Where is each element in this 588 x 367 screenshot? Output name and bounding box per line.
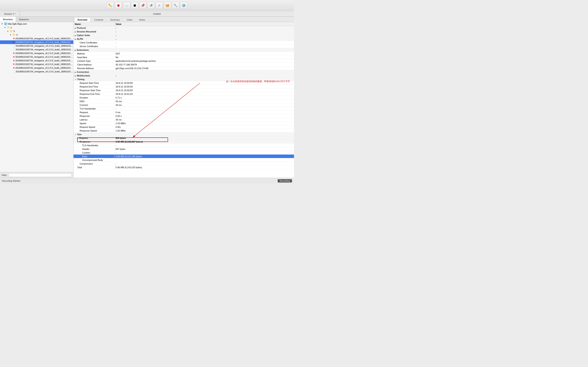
check-button[interactable]: ✓ bbox=[156, 2, 163, 9]
table-row[interactable]: Request 0 ms bbox=[73, 110, 294, 114]
cloud-button[interactable]: ☁️ bbox=[123, 2, 130, 9]
table-row[interactable]: Request 506 bytes bbox=[73, 136, 294, 140]
table-row[interactable]: Timing bbox=[73, 77, 294, 81]
table-row[interactable]: WebSockets - bbox=[73, 74, 294, 77]
table-row[interactable]: Client Certificates - bbox=[73, 41, 294, 44]
tree-item-3a[interactable]: ▾📁3 bbox=[0, 29, 73, 33]
cell-value: 0 B/s bbox=[114, 126, 294, 128]
expand-arrow bbox=[75, 38, 77, 40]
data-table[interactable]: Name Value Protocol - Session Resumed - … bbox=[73, 22, 294, 178]
tab-notes[interactable]: Notes bbox=[136, 17, 148, 22]
tree-item-file4[interactable]: 📄20180810165734_ninegame_v5.2.0.0_build_… bbox=[0, 48, 73, 51]
table-row[interactable]: Body 5.86 MB (6,141,180 bytes) bbox=[73, 155, 294, 158]
cell-value: 5.86 MB (6,141,180 bytes) bbox=[114, 155, 294, 158]
table-row[interactable]: Cookies - bbox=[73, 151, 294, 155]
cell-value: 506 bytes bbox=[114, 137, 294, 139]
cell-value: 5.71 s bbox=[114, 96, 294, 99]
table-row[interactable]: Connect 34 ms bbox=[73, 103, 294, 107]
tree-label: 20180810165734_ninegame_v5.2.0.0_build_1… bbox=[15, 37, 73, 40]
tab-summary[interactable]: Summary bbox=[107, 17, 123, 22]
refresh-button[interactable]: ↺ bbox=[147, 2, 155, 9]
table-row[interactable]: Speed 1.03 MB/s bbox=[73, 122, 294, 125]
table-row[interactable]: Response End Time 18-8-21 16:51:04 bbox=[73, 92, 294, 96]
cell-name-text: Cookies bbox=[82, 151, 90, 154]
tree-item-file2[interactable]: ✕20180810165734_ninegame_v5.2.0.0_build_… bbox=[0, 40, 73, 44]
tree-item-file7[interactable]: ✕20180810165734_ninegame_v5.2.0.0_build_… bbox=[0, 59, 73, 62]
tree-item-file5[interactable]: ✕20180810165734_ninegame_v5.2.0.0_build_… bbox=[0, 51, 73, 55]
tree-item-3b[interactable]: ▾📁3 bbox=[0, 33, 73, 37]
cell-name: Kept Alive bbox=[73, 56, 114, 58]
table-row[interactable]: Extensions bbox=[73, 48, 294, 52]
tree-item-file6[interactable]: ✕20180810165734_ninegame_v5.2.0.0_build_… bbox=[0, 55, 73, 59]
wrench-button[interactable]: 🔧 bbox=[172, 2, 179, 9]
filter-input[interactable] bbox=[9, 173, 72, 177]
cell-name: DNS bbox=[73, 100, 114, 103]
cell-name: Header bbox=[73, 148, 114, 150]
session-tab-untitled[interactable]: Untitled bbox=[20, 11, 294, 17]
cell-name-text: Header bbox=[82, 148, 89, 150]
cell-name: Response bbox=[73, 141, 114, 143]
pin-button[interactable]: 📌 bbox=[139, 2, 147, 9]
cell-name-text: Response End Time bbox=[80, 93, 100, 95]
table-row[interactable]: Uncompressed Body bbox=[73, 158, 294, 162]
cell-name: TLS Handshake bbox=[73, 144, 114, 147]
table-row[interactable]: ALPN - bbox=[73, 37, 294, 41]
tree-item-file9[interactable]: ✕20180810165734_ninegame_v5.2.0.0_build_… bbox=[0, 66, 73, 70]
record-button[interactable]: ⏺ bbox=[115, 2, 122, 9]
tab-overview[interactable]: Overview bbox=[74, 17, 90, 22]
gear-button[interactable]: ⚙️ bbox=[180, 2, 187, 9]
tree-item-file10[interactable]: 📄20180810165734_ninegame_v5.2.0.0_build_… bbox=[0, 70, 73, 73]
error-icon: ✕ bbox=[13, 52, 15, 55]
file-icon: 📄 bbox=[13, 45, 16, 47]
stop-button[interactable]: ⏹ bbox=[131, 2, 138, 9]
table-row[interactable]: Connection bbox=[73, 70, 294, 74]
session-tab-1[interactable]: Session 1 * bbox=[0, 11, 20, 17]
cell-name-text: Duration bbox=[80, 96, 88, 99]
tree-item-file1[interactable]: ✕20180810165734_ninegame_v5.2.0.0_build_… bbox=[0, 37, 73, 40]
collapse-arrow bbox=[75, 78, 77, 81]
table-row[interactable]: Request Speed 0 B/s bbox=[73, 125, 294, 129]
tree-item-root[interactable]: ▾🌐http://gdl.25pp.com bbox=[0, 22, 73, 26]
table-row[interactable]: Response Start Time 18-8-21 16:50:59 bbox=[73, 89, 294, 92]
cell-name: Client Certificates bbox=[73, 42, 114, 44]
table-row[interactable]: Total 5.86 MB (6,142,533 bytes) bbox=[73, 166, 294, 169]
table-row[interactable]: Server Certificates - bbox=[73, 44, 294, 48]
table-row[interactable]: TLS Handshake - bbox=[73, 107, 294, 110]
table-row[interactable]: Compression - bbox=[73, 162, 294, 166]
table-row[interactable]: Response 5.60 s bbox=[73, 114, 294, 118]
table-row[interactable]: Cipher Suite - bbox=[73, 33, 294, 37]
tab-sequence[interactable]: Sequence bbox=[16, 17, 32, 22]
pencil-tool[interactable]: ✏️ bbox=[107, 2, 114, 9]
table-row[interactable]: TLS Handshake - bbox=[73, 143, 294, 147]
cell-name-text: Protocol bbox=[77, 27, 86, 29]
table-row[interactable]: Request End Time 18-8-21 16:50:59 bbox=[73, 85, 294, 89]
tree-arrow: ▾ bbox=[2, 23, 4, 25]
cell-name: Method bbox=[73, 52, 114, 55]
table-row[interactable]: Content-Type application/vnd.android.pac… bbox=[73, 59, 294, 63]
table-row[interactable]: Protocol - bbox=[73, 26, 294, 30]
table-row[interactable]: Response Speed 1.05 MB/s bbox=[73, 129, 294, 133]
table-row[interactable]: Method GET bbox=[73, 52, 294, 55]
basket-button[interactable]: 🧺 bbox=[164, 2, 171, 9]
tree-label: s bbox=[11, 26, 12, 29]
table-row[interactable]: Client Address 30.103.77.186:35679 bbox=[73, 63, 294, 67]
tab-chart[interactable]: Chart bbox=[124, 17, 135, 22]
table-row[interactable]: Size bbox=[73, 133, 294, 136]
table-row[interactable]: Duration 5.71 s bbox=[73, 96, 294, 100]
cell-name: Latency bbox=[73, 118, 114, 121]
tree-item-file3[interactable]: 📄20180810165734_ninegame_v5.2.0.0_build_… bbox=[0, 44, 73, 48]
tab-contents[interactable]: Contents bbox=[91, 17, 106, 22]
cell-value: - bbox=[114, 30, 294, 33]
tree-item-s[interactable]: ▾📁s bbox=[0, 26, 73, 29]
tree-area[interactable]: ▾🌐http://gdl.25pp.com▾📁s▾📁3▾📁3✕201808101… bbox=[0, 22, 73, 172]
table-row[interactable]: Header 847 bytes bbox=[73, 147, 294, 151]
tree-item-file8[interactable]: ✕20180810165734_ninegame_v5.2.0.0_build_… bbox=[0, 62, 73, 66]
table-row[interactable]: Kept Alive No bbox=[73, 55, 294, 59]
table-row[interactable]: Session Resumed - bbox=[73, 30, 294, 33]
table-row[interactable]: Request Start Time 18-8-21 16:50:58 bbox=[73, 81, 294, 85]
table-row[interactable]: Latency 35 ms bbox=[73, 118, 294, 122]
tab-structure[interactable]: Structure bbox=[0, 17, 16, 22]
table-row[interactable]: Remote Address gdl.25pp.com/106.15.218.1… bbox=[73, 67, 294, 70]
table-row[interactable]: Response 5.86 MB (6,142,027 bytes) bbox=[73, 140, 294, 143]
table-row[interactable]: DNS 43 ms bbox=[73, 100, 294, 103]
